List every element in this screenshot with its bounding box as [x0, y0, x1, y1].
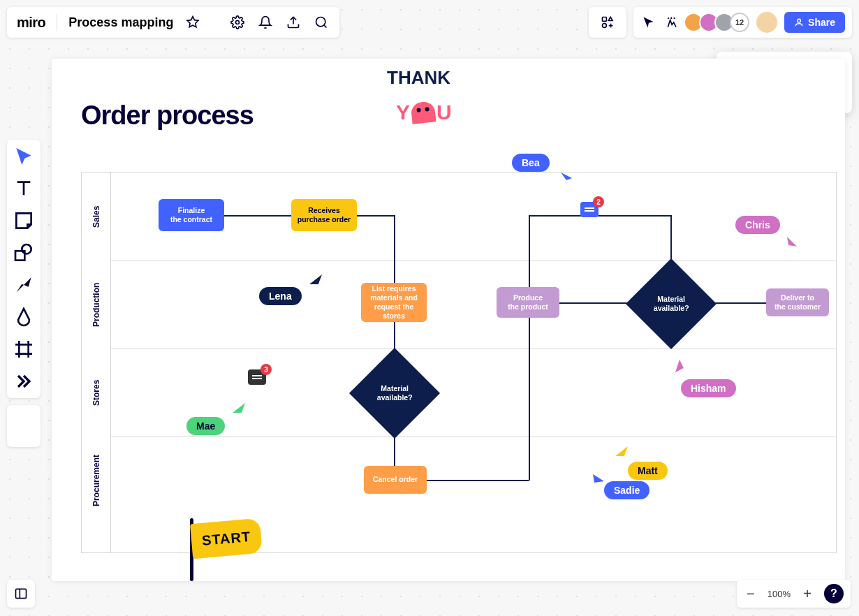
diagram-title[interactable]: Order process — [81, 101, 254, 131]
comment-count: 2 — [593, 196, 604, 207]
frame-tool[interactable] — [13, 338, 35, 360]
connector[interactable] — [529, 215, 670, 217]
node-finalize-contract[interactable]: Finalizethe contract — [159, 199, 224, 231]
svg-point-4 — [798, 19, 801, 22]
connector[interactable] — [427, 480, 529, 481]
connector[interactable] — [224, 215, 291, 217]
node-deliver-customer[interactable]: Deliver tothe customer — [766, 288, 829, 316]
apps-button[interactable] — [589, 7, 626, 38]
connector[interactable] — [394, 215, 395, 283]
connector[interactable] — [394, 322, 395, 360]
avatar-overflow[interactable]: 12 — [730, 13, 749, 32]
connector[interactable] — [357, 215, 394, 217]
user-cursor-matt: Matt — [628, 462, 668, 480]
node-produce-product[interactable]: Producethe product — [497, 287, 559, 318]
lane-label-stores[interactable]: Stores — [82, 349, 111, 437]
app-logo[interactable]: miro — [17, 15, 45, 31]
current-user-avatar[interactable] — [756, 12, 777, 33]
comment-count: 3 — [260, 364, 272, 375]
svg-point-9 — [22, 244, 31, 254]
panel-toggle-button[interactable] — [7, 580, 35, 608]
svg-rect-2 — [603, 17, 607, 22]
connector[interactable] — [529, 318, 530, 481]
swimlane-grid[interactable]: Sales Production Stores Procurement Fina… — [81, 172, 837, 553]
lane-label-sales[interactable]: Sales — [82, 173, 111, 261]
lane-label-production[interactable]: Production — [82, 261, 111, 349]
share-button[interactable]: Share — [784, 12, 845, 33]
zoom-value[interactable]: 100% — [768, 589, 791, 599]
node-receives-po[interactable]: Receivespurchase order — [291, 199, 357, 231]
top-bar: miro Process mapping 12 Share — [7, 7, 852, 38]
node-list-requires[interactable]: List requiresmaterials andrequest the st… — [361, 283, 427, 322]
undo-redo-palette — [7, 405, 41, 447]
collaborator-avatars[interactable]: 12 — [688, 13, 749, 32]
connector[interactable] — [703, 302, 766, 304]
connector[interactable] — [670, 215, 672, 271]
user-cursor-bea: Bea — [512, 154, 550, 172]
user-cursor-hisham: Hisham — [681, 379, 736, 397]
tool-palette — [7, 140, 41, 398]
board-title[interactable]: Process mapping — [68, 15, 173, 30]
node-cancel-order[interactable]: Cancel order — [364, 466, 427, 494]
sticker-thank-you[interactable]: THANK — [387, 70, 450, 86]
user-cursor-lena: Lena — [259, 287, 302, 305]
more-tools[interactable] — [13, 370, 35, 393]
user-cursor-sadie: Sadie — [604, 481, 649, 499]
svg-point-0 — [236, 21, 240, 24]
zoom-out-button[interactable]: − — [744, 587, 758, 601]
help-button[interactable]: ? — [824, 584, 844, 603]
reactions-icon[interactable] — [664, 14, 681, 31]
board-canvas[interactable]: Order process THANK Y U Sales Production… — [52, 59, 845, 581]
sticker-start-flag[interactable]: START — [191, 521, 261, 556]
node-material-available-2[interactable]: Materialavailable? — [626, 258, 717, 349]
node-material-available-1[interactable]: Materialavailable? — [349, 348, 440, 439]
lane-label-procurement[interactable]: Procurement — [82, 437, 111, 525]
pen-tool[interactable] — [13, 306, 35, 328]
svg-point-3 — [603, 24, 607, 28]
top-bar-right: 12 Share — [633, 7, 852, 38]
user-cursor-chris: Chris — [735, 216, 780, 234]
sticker-you-heart[interactable]: Y U — [396, 101, 452, 124]
shape-tool[interactable] — [13, 242, 35, 264]
bell-icon[interactable] — [257, 14, 274, 31]
connector[interactable] — [559, 302, 639, 304]
svg-point-1 — [316, 17, 325, 27]
user-cursor-mae: Mae — [186, 417, 225, 435]
cursor-follow-icon[interactable] — [640, 14, 657, 31]
zoom-in-button[interactable]: + — [800, 587, 814, 601]
share-label: Share — [808, 17, 835, 28]
sticky-tool[interactable] — [13, 210, 35, 232]
arrow-tool[interactable] — [13, 274, 35, 296]
comment-indicator[interactable]: 3 — [248, 369, 266, 385]
connector[interactable] — [529, 215, 530, 287]
connector[interactable] — [394, 427, 395, 466]
comment-indicator[interactable]: 2 — [580, 202, 599, 217]
settings-icon[interactable] — [229, 14, 246, 31]
export-icon[interactable] — [285, 14, 302, 31]
svg-rect-10 — [16, 589, 27, 598]
star-icon[interactable] — [184, 14, 201, 31]
divider — [57, 14, 57, 31]
zoom-controls: − 100% + ? — [737, 580, 851, 608]
heart-icon — [411, 101, 436, 124]
top-bar-left: miro Process mapping — [7, 7, 339, 38]
search-icon[interactable] — [313, 14, 330, 31]
text-tool[interactable] — [13, 177, 35, 200]
select-tool[interactable] — [13, 145, 35, 168]
